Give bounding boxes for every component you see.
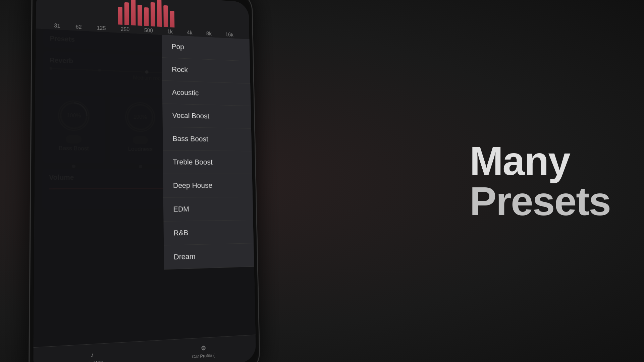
headline-line1: Many (470, 141, 610, 181)
eq-label-16k: 16k (225, 32, 233, 38)
preset-vocal-boost[interactable]: Vocal Boost (162, 104, 251, 129)
eq-bar-4 (138, 5, 142, 26)
preset-dream[interactable]: Dream (164, 243, 254, 269)
eq-label-125: 125 (97, 25, 106, 32)
phone-wrapper: 31 62 125 250 500 1k 4k 8k 16k Presets (29, 0, 261, 362)
eq-label-8k: 8k (206, 31, 212, 37)
eq-bar-1 (118, 7, 122, 25)
screen-content: 31 62 125 250 500 1k 4k 8k 16k Presets (33, 0, 256, 362)
right-text: Many Presets (470, 141, 610, 221)
eq-label-31: 31 (54, 23, 60, 29)
eq-label-62: 62 (75, 24, 82, 30)
headline-line2: Presets (470, 181, 610, 221)
eq-bar-2 (124, 2, 129, 25)
eq-label-4k: 4k (187, 30, 192, 36)
phone-screen: 31 62 125 250 500 1k 4k 8k 16k Presets (33, 0, 256, 362)
dropdown-overlay: Pop Rock Acoustic Vocal Boost Bass Boost… (34, 28, 256, 347)
preset-treble-boost[interactable]: Treble Boost (163, 150, 252, 174)
eq-bar-5 (144, 7, 149, 26)
preset-acoustic[interactable]: Acoustic (162, 81, 251, 106)
preset-rock[interactable]: Rock (162, 58, 250, 84)
eq-label-250: 250 (121, 26, 129, 33)
dropdown-menu: Pop Rock Acoustic Vocal Boost Bass Boost… (162, 35, 254, 269)
preset-edm[interactable]: EDM (163, 197, 253, 222)
preset-rnb[interactable]: R&B (164, 220, 254, 246)
eq-bar-6 (151, 2, 155, 26)
global-mix-icon: ♪ (91, 351, 94, 359)
global-mix-label: Global Mix (82, 359, 103, 362)
eq-bar-8 (163, 5, 168, 27)
eq-label-500: 500 (144, 27, 153, 34)
phone-frame: 31 62 125 250 500 1k 4k 8k 16k Presets (29, 0, 261, 362)
preset-deep-house[interactable]: Deep House (163, 174, 253, 198)
eq-bar-7 (157, 0, 162, 27)
eq-bar-9 (170, 11, 175, 27)
preset-bass-boost[interactable]: Bass Boost (163, 127, 252, 151)
eq-bar-3 (131, 0, 136, 25)
eq-label-1k: 1k (167, 29, 173, 35)
car-profile-label: Car Profile ( (192, 353, 215, 359)
car-profile-icon: ⚙ (201, 344, 206, 352)
preset-pop[interactable]: Pop (162, 35, 250, 61)
